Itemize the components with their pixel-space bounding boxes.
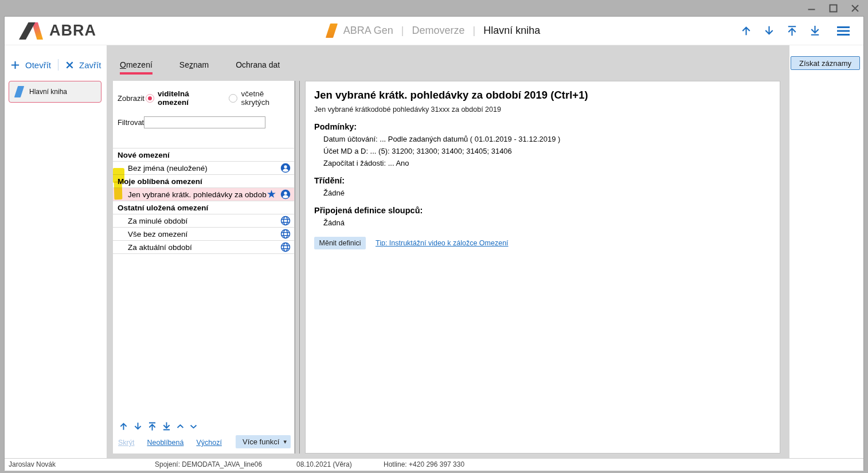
condition-line: Účet MD a D: ... (5): 31200; 31300; 3140…: [323, 147, 771, 155]
environment-name: Demoverze: [412, 25, 464, 37]
header-toolbar: [740, 24, 851, 37]
status-date: 08.10.2021 (Věra): [296, 460, 352, 468]
tab-accesskey: z: [189, 60, 193, 69]
list-item-label: Za minulé období: [128, 217, 280, 225]
filter-input[interactable]: [144, 116, 265, 128]
get-records-button[interactable]: Získat záznamy: [791, 56, 860, 70]
close-x-icon[interactable]: [65, 61, 74, 69]
more-functions-label: Více funkcí: [243, 437, 279, 446]
favorite-star-icon[interactable]: ★: [267, 189, 276, 200]
detail-subtitle: Jen vybrané krátkodobé pohledávky 31xxx …: [314, 105, 771, 114]
app-window: ABRA ABRA Gen | Demoverze | Hlavní kniha: [4, 16, 864, 470]
close-icon: [851, 4, 859, 13]
arrow-to-top-icon[interactable]: [785, 24, 799, 37]
plus-icon[interactable]: [10, 60, 20, 70]
move-down-icon[interactable]: [132, 421, 143, 432]
hamburger-menu-icon[interactable]: [836, 25, 851, 37]
move-up-icon[interactable]: [118, 421, 129, 432]
book-slab-icon: [14, 86, 24, 97]
arrow-up-icon[interactable]: [740, 24, 753, 37]
conditions-header: Podmínky:: [314, 122, 771, 131]
chevron-up-icon[interactable]: [175, 421, 185, 431]
list-footer: Skrýt Neoblíbená Výchozí Více funkcí ▾: [118, 421, 291, 447]
arrow-to-bottom-icon[interactable]: [808, 24, 822, 37]
minimize-button[interactable]: [806, 3, 816, 13]
globe-icon: [280, 216, 291, 226]
detail-title: Jen vybrané krátk. pohledávky za období …: [314, 89, 771, 101]
tab-label: Se: [179, 60, 189, 69]
list-group-header: Moje oblíbená omezení: [113, 175, 294, 188]
status-hotline: Hotline: +420 296 397 330: [384, 460, 464, 468]
chevron-down-icon[interactable]: [189, 421, 198, 431]
sorting-header: Třídění:: [314, 176, 771, 185]
tab-seznam[interactable]: Seznam: [179, 60, 209, 75]
list-item-bez-jmena[interactable]: Bez jména (neuložené): [113, 162, 294, 175]
condition-line: Započítat i žádosti: ... Ano: [323, 159, 771, 167]
module-title: Hlavní kniha: [483, 25, 540, 37]
status-user: Jaroslav Novák: [9, 460, 56, 468]
dropdown-caret-icon: ▾: [283, 438, 287, 445]
list-item-za-minule[interactable]: Za minulé období: [113, 214, 294, 228]
status-bar: Jaroslav Novák Spojení: DEMODATA_JAVA_li…: [5, 458, 863, 471]
user-icon: [280, 189, 291, 200]
hide-link: Skrýt: [118, 439, 134, 447]
columns-value: Žádná: [323, 218, 771, 227]
book-label: Hlavní kniha: [29, 88, 67, 96]
more-functions-button[interactable]: Více funkcí ▾: [236, 435, 291, 448]
list-item-selected[interactable]: Jen vybrané krátk. pohledávky za období …: [113, 188, 294, 201]
tab-ochrana-dat[interactable]: Ochrana dat: [236, 60, 280, 75]
window-titlebar: [0, 0, 868, 16]
tab-omezeni[interactable]: Omezení: [120, 60, 153, 75]
columns-header: Připojená definice sloupců:: [314, 206, 771, 215]
abra-logo: ABRA: [18, 22, 96, 40]
group-header-label: Nové omezení: [118, 151, 170, 159]
minimize-icon: [807, 4, 816, 13]
list-item-label: Vše bez omezení: [128, 230, 280, 239]
tab-accesskey: O: [120, 60, 126, 69]
close-book-button[interactable]: Zavřít: [79, 60, 101, 70]
maximize-button[interactable]: [828, 3, 838, 13]
divider: [58, 59, 58, 71]
header-breadcrumb: ABRA Gen | Demoverze | Hlavní kniha: [5, 24, 863, 38]
arrow-down-icon[interactable]: [763, 24, 776, 37]
tab-label: Ochrana dat: [236, 60, 280, 69]
list-item-za-aktualni[interactable]: Za aktuální období: [113, 241, 294, 254]
app-name: ABRA Gen: [343, 25, 393, 37]
tab-label: mezení: [126, 60, 153, 69]
left-sidebar: Otevřít Zavřít Hlavní kniha: [5, 45, 107, 458]
list-item-label: Za aktuální období: [128, 243, 280, 252]
maximize-icon: [829, 4, 838, 13]
tutorial-video-link[interactable]: Tip: Instruktážní video k záložce Omezen…: [376, 239, 509, 247]
group-header-label: Ostatní uložená omezení: [118, 204, 208, 212]
radio-hidden-label[interactable]: včetně skrytých: [241, 89, 290, 107]
open-button[interactable]: Otevřít: [25, 60, 51, 70]
condition-line: Datum účtování: ... Podle zadaných datum…: [323, 135, 771, 143]
globe-icon: [280, 242, 291, 252]
unfavorite-link[interactable]: Neoblíbená: [147, 439, 183, 447]
user-icon: [280, 163, 291, 173]
module-slab-icon: [326, 24, 338, 38]
move-to-top-icon[interactable]: [147, 421, 158, 432]
change-definition-button[interactable]: Měnit definici: [314, 237, 366, 249]
panel-splitter[interactable]: [295, 81, 300, 454]
globe-icon: [280, 229, 291, 239]
breadcrumb-separator: |: [401, 25, 404, 37]
sidebar-item-hlavni-kniha[interactable]: Hlavní kniha: [9, 81, 101, 103]
group-header-label: Moje oblíbená omezení: [118, 177, 202, 186]
radio-visible-restrictions[interactable]: [146, 94, 154, 103]
filter-label: Filtrovat: [118, 118, 144, 127]
radio-including-hidden[interactable]: [229, 94, 237, 103]
sorting-value: Žádné: [323, 189, 771, 197]
list-group-header: Ostatní uložená omezení: [113, 201, 294, 214]
breadcrumb-separator: |: [473, 25, 476, 37]
tab-strip: Omezení Seznam Ochrana dat: [107, 45, 789, 81]
move-to-bottom-icon[interactable]: [161, 421, 172, 432]
close-button[interactable]: [850, 3, 860, 13]
tab-label: nam: [193, 60, 209, 69]
list-item-vse-bez[interactable]: Vše bez omezení: [113, 228, 294, 241]
app-header: ABRA ABRA Gen | Demoverze | Hlavní kniha: [5, 17, 863, 45]
abra-logo-text: ABRA: [49, 22, 96, 40]
default-link[interactable]: Výchozí: [196, 439, 221, 447]
radio-visible-label[interactable]: viditelná omezení: [158, 89, 216, 107]
list-item-label: Bez jména (neuložené): [128, 164, 280, 173]
